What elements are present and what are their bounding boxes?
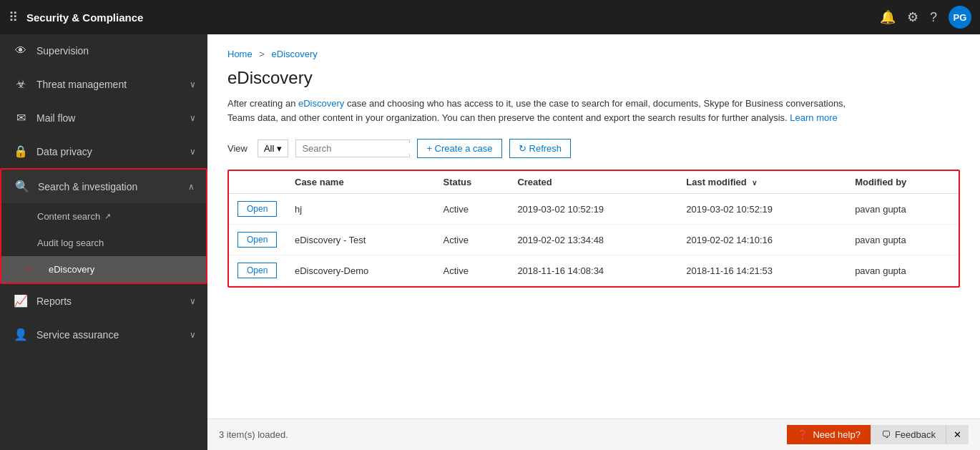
reports-icon: 📈 — [14, 294, 28, 308]
chevron-down-icon: ∨ — [190, 296, 196, 306]
gear-icon[interactable]: ⚙ — [907, 9, 918, 25]
sidebar-label-reports: Reports — [36, 295, 190, 307]
sidebar-sub-item-ediscovery[interactable]: → eDiscovery — [1, 256, 206, 283]
question-icon[interactable]: ? — [930, 10, 937, 25]
external-link-icon: ↗ — [104, 212, 111, 221]
learn-more-link[interactable]: Learn more — [790, 112, 837, 123]
table-row: Open hj Active 2019-03-02 10:52:19 2019-… — [229, 194, 959, 225]
refresh-button[interactable]: ↻ Refresh — [509, 139, 572, 158]
last-modified-cell-3: 2018-11-16 14:21:53 — [677, 255, 846, 286]
toolbar: View All ▾ 🔍 + Create a case ↻ Refresh — [227, 139, 960, 158]
need-help-button[interactable]: ❓ Need help? — [787, 425, 871, 444]
avatar[interactable]: PG — [949, 6, 971, 29]
table-body: Open hj Active 2019-03-02 10:52:19 2019-… — [229, 194, 959, 286]
need-help-label: Need help? — [813, 429, 861, 440]
create-case-button[interactable]: + Create a case — [417, 139, 501, 158]
sidebar-label-mail: Mail flow — [36, 112, 190, 124]
close-status-button[interactable]: ✕ — [946, 425, 969, 444]
sidebar-item-supervision[interactable]: 👁 Supervision — [0, 34, 207, 67]
chevron-down-icon: ∨ — [190, 79, 196, 89]
view-value: All — [264, 143, 274, 154]
case-name-cell-3: eDiscovery-Demo — [286, 255, 435, 286]
sidebar-item-threat-management[interactable]: ☣ Threat management ∨ — [0, 67, 207, 101]
breadcrumb-current: eDiscovery — [272, 49, 318, 59]
sidebar-item-service-assurance[interactable]: 👤 Service assurance ∨ — [0, 318, 207, 351]
ediscovery-label: eDiscovery — [49, 264, 94, 275]
th-case-name: Case name — [286, 171, 435, 194]
case-name-cell-2: eDiscovery - Test — [286, 225, 435, 255]
sidebar-item-mail-flow[interactable]: ✉ Mail flow ∨ — [0, 101, 207, 134]
feedback-label: Feedback — [895, 429, 936, 440]
feedback-button[interactable]: 🗨 Feedback — [871, 425, 946, 444]
sidebar-item-search-investigation[interactable]: 🔍 Search & investigation ∧ — [1, 170, 206, 203]
mail-icon: ✉ — [14, 111, 28, 124]
sidebar-sub-item-audit-log[interactable]: Audit log search — [1, 230, 206, 256]
sidebar-label-service: Service assurance — [36, 329, 190, 341]
view-label: View — [227, 143, 248, 154]
threat-icon: ☣ — [14, 77, 28, 91]
breadcrumb-separator: > — [259, 49, 265, 59]
created-cell-3: 2018-11-16 14:08:34 — [509, 255, 677, 286]
sidebar-item-data-privacy[interactable]: 🔒 Data privacy ∨ — [0, 134, 207, 168]
sidebar-label-search: Search & investigation — [38, 181, 188, 192]
last-modified-cell-2: 2019-02-02 14:10:16 — [677, 225, 846, 255]
arrow-indicator: → — [21, 262, 34, 277]
status-cell-2: Active — [435, 225, 509, 255]
chevron-down-icon: ∨ — [190, 113, 196, 123]
app-title: Security & Compliance — [26, 11, 880, 24]
lock-icon: 🔒 — [14, 145, 28, 158]
open-button-1[interactable]: Open — [237, 201, 277, 217]
open-button-2[interactable]: Open — [237, 232, 277, 248]
created-cell-1: 2019-03-02 10:52:19 — [509, 194, 677, 225]
close-icon: ✕ — [954, 429, 961, 440]
topbar: ⠿ Security & Compliance 🔔 ⚙ ? PG — [0, 0, 980, 34]
topbar-icons: 🔔 ⚙ ? PG — [880, 6, 971, 29]
chevron-down-icon: ∨ — [190, 147, 196, 157]
refresh-icon: ↻ — [519, 143, 526, 154]
view-select[interactable]: All ▾ — [258, 140, 288, 157]
sidebar-sub-item-content-search[interactable]: Content search ↗ — [1, 203, 206, 230]
table-row: Open eDiscovery-Demo Active 2018-11-16 1… — [229, 255, 959, 286]
last-modified-cell-1: 2019-03-02 10:52:19 — [677, 194, 846, 225]
service-icon: 👤 — [14, 328, 28, 341]
content-search-label: Content search — [37, 211, 100, 222]
cases-table-wrapper: Case name Status Created Last modified ∨… — [227, 170, 960, 288]
ediscovery-link[interactable]: eDiscovery — [298, 98, 344, 109]
status-cell-1: Active — [435, 194, 509, 225]
chevron-up-icon: ∧ — [188, 182, 195, 192]
breadcrumb-home[interactable]: Home — [227, 49, 253, 59]
th-last-modified[interactable]: Last modified ∨ — [677, 171, 846, 194]
grid-icon[interactable]: ⠿ — [9, 9, 18, 25]
status-bar: 3 item(s) loaded. ❓ Need help? 🗨 Feedbac… — [207, 419, 980, 450]
cases-table: Case name Status Created Last modified ∨… — [229, 171, 959, 286]
question-circle-icon: ❓ — [797, 429, 808, 440]
sidebar: 👁 Supervision ☣ Threat management ∨ ✉ Ma… — [0, 34, 207, 450]
search-investigation-section: 🔍 Search & investigation ∧ Content searc… — [0, 168, 207, 284]
open-button-3[interactable]: Open — [237, 263, 277, 278]
breadcrumb: Home > eDiscovery — [227, 49, 960, 59]
view-chevron-icon: ▾ — [277, 143, 282, 154]
table-row: Open eDiscovery - Test Active 2019-02-02… — [229, 225, 959, 255]
refresh-label: Refresh — [529, 143, 562, 154]
content-area: Home > eDiscovery eDiscovery After creat… — [207, 34, 980, 450]
open-btn-cell-3: Open — [229, 255, 286, 286]
feedback-icon: 🗨 — [881, 429, 891, 440]
content-scroll: Home > eDiscovery eDiscovery After creat… — [207, 34, 980, 450]
status-right: ❓ Need help? 🗨 Feedback ✕ — [787, 425, 969, 444]
sidebar-label-threat: Threat management — [36, 79, 190, 90]
modified-by-cell-2: pavan gupta — [846, 225, 959, 255]
sidebar-item-reports[interactable]: 📈 Reports ∨ — [0, 284, 207, 318]
created-cell-2: 2019-02-02 13:34:48 — [509, 225, 677, 255]
supervision-icon: 👁 — [14, 44, 28, 57]
status-cell-3: Active — [435, 255, 509, 286]
desc-text: After creating an eDiscovery case and ch… — [227, 98, 846, 123]
sidebar-label-data-privacy: Data privacy — [36, 146, 190, 157]
open-btn-cell-2: Open — [229, 225, 286, 255]
page-description: After creating an eDiscovery case and ch… — [227, 97, 871, 124]
sort-icon: ∨ — [752, 179, 757, 187]
search-input[interactable] — [302, 143, 422, 154]
bell-icon[interactable]: 🔔 — [880, 9, 896, 25]
search-box: 🔍 — [295, 140, 410, 157]
create-case-label: + Create a case — [426, 143, 492, 154]
page-title: eDiscovery — [227, 68, 960, 88]
